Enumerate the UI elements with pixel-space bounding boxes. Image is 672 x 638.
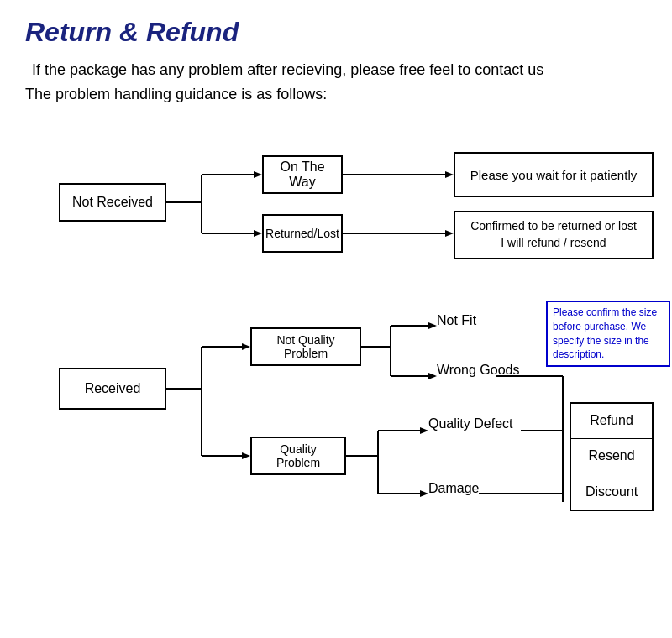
please-wait-box: Please you wait for it patiently (454, 152, 654, 197)
svg-marker-19 (428, 322, 437, 329)
refund-label: Refund (590, 413, 633, 428)
svg-marker-3 (254, 171, 262, 178)
wrong-goods-label: Wrong Goods (437, 363, 519, 378)
outcomes-box: Refund Resend Discount (570, 402, 654, 511)
resend-label: Resend (588, 448, 634, 463)
not-quality-problem-box: Not Quality Problem (250, 327, 361, 366)
flowchart-diagram: Not Received On The Way Please you wait … (25, 128, 664, 523)
svg-marker-13 (242, 343, 250, 350)
svg-marker-7 (445, 171, 454, 178)
returned-lost-box: Returned/Lost (262, 214, 343, 253)
confirmed-box: Confirmed to be returned or lostI will r… (454, 211, 654, 259)
damage-label: Damage (428, 481, 479, 496)
page-title: Return & Refund (25, 17, 647, 48)
quality-problem-box: Quality Problem (250, 437, 346, 475)
svg-marker-9 (445, 230, 454, 237)
svg-marker-5 (254, 230, 262, 237)
svg-marker-27 (420, 427, 428, 434)
not-fit-label: Not Fit (437, 313, 476, 328)
received-box: Received (59, 368, 166, 410)
svg-marker-15 (242, 452, 250, 459)
svg-marker-21 (428, 373, 437, 379)
subtitle-text: If the package has any problem after rec… (25, 61, 647, 79)
discount-label: Discount (585, 484, 638, 499)
svg-marker-29 (420, 490, 428, 497)
on-the-way-box: On The Way (262, 155, 343, 194)
quality-defect-label: Quality Defect (428, 416, 512, 431)
not-received-box: Not Received (59, 183, 166, 222)
guidance-text: The problem handling guidance is as foll… (25, 86, 647, 103)
size-note-box: Please confirm the size before purchase.… (546, 301, 670, 367)
